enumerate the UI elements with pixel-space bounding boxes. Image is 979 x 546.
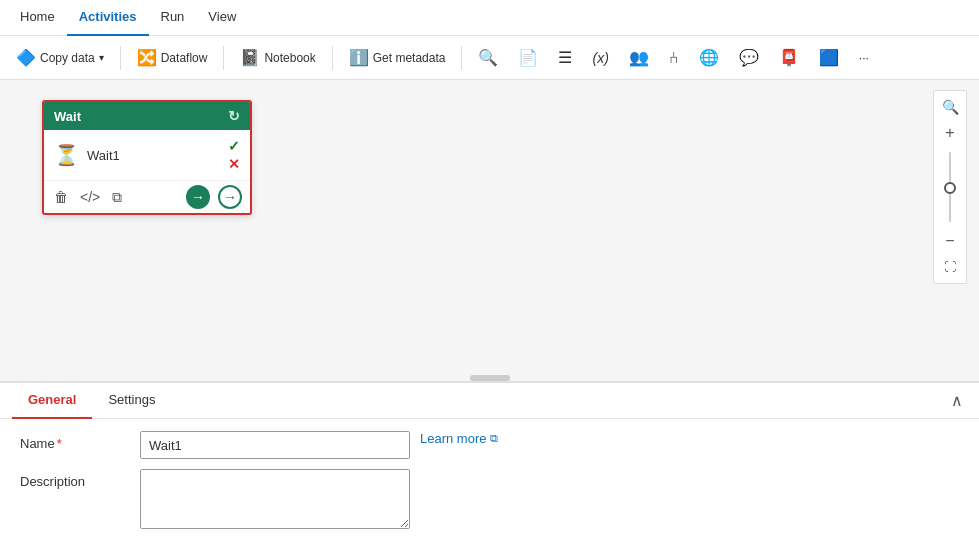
zoom-slider-container (949, 147, 951, 227)
delete-activity-button[interactable]: 🗑 (52, 187, 70, 207)
get-metadata-icon: ℹ️ (349, 48, 369, 67)
copy-data-chevron: ▾ (99, 52, 104, 63)
more-icon: ··· (859, 51, 869, 65)
dataflow-button[interactable]: 🔀 Dataflow (129, 42, 216, 74)
code-activity-button[interactable]: </> (78, 187, 102, 207)
status-cross-icon[interactable]: ✕ (228, 156, 240, 172)
zoom-controls: 🔍 + − ⛶ (933, 90, 967, 284)
separator-2 (223, 46, 224, 70)
notebook-icon: 📓 (240, 48, 260, 67)
hourglass-icon: ⏳ (54, 143, 79, 167)
copy-data-label: Copy data (40, 51, 95, 65)
icon-btn-5[interactable]: ⑃ (661, 42, 687, 74)
icon-btn-6[interactable]: 🌐 (691, 42, 727, 74)
dataflow-label: Dataflow (161, 51, 208, 65)
chat-icon: 💬 (739, 48, 759, 67)
navigate-activity-button[interactable]: → (218, 185, 242, 209)
collapse-panel-button[interactable]: ∧ (947, 387, 967, 414)
external-link-icon: ⧉ (490, 432, 498, 445)
name-label: Name* (20, 431, 140, 451)
get-metadata-label: Get metadata (373, 51, 446, 65)
document-icon: 📄 (518, 48, 538, 67)
notebook-label: Notebook (264, 51, 315, 65)
connect-activity-button[interactable]: → (186, 185, 210, 209)
globe-icon: 🌐 (699, 48, 719, 67)
zoom-out-button[interactable]: − (938, 229, 962, 253)
description-label: Description (20, 469, 140, 489)
activity-toolbar: 🗑 </> ⧉ → → (44, 181, 250, 213)
menu-view[interactable]: View (196, 0, 248, 36)
separator-4 (461, 46, 462, 70)
tab-general[interactable]: General (12, 383, 92, 419)
copy-data-button[interactable]: 🔷 Copy data ▾ (8, 42, 112, 74)
copy-data-icon: 🔷 (16, 48, 36, 67)
zoom-track (949, 152, 951, 222)
search-icon: 🔍 (478, 48, 498, 67)
menu-bar: Home Activities Run View (0, 0, 979, 36)
separator-1 (120, 46, 121, 70)
list-icon: ☰ (558, 48, 572, 67)
menu-run[interactable]: Run (149, 0, 197, 36)
icon-btn-7[interactable]: 💬 (731, 42, 767, 74)
dataflow-icon: 🔀 (137, 48, 157, 67)
people-icon: 👥 (629, 48, 649, 67)
activity-status-icons: ✓ ✕ (228, 138, 240, 172)
name-row: Name* Learn more ⧉ (20, 431, 959, 459)
description-row: Description (20, 469, 959, 529)
zoom-fit-button[interactable]: ⛶ (938, 255, 962, 279)
activity-title: Wait (54, 109, 228, 124)
variable-icon: (x) (592, 50, 608, 66)
menu-home[interactable]: Home (8, 0, 67, 36)
refresh-icon[interactable]: ↻ (228, 108, 240, 124)
copy-activity-button[interactable]: ⧉ (110, 187, 124, 208)
search-activities-button[interactable]: 🔍 (470, 42, 506, 74)
zoom-in-button[interactable]: + (938, 121, 962, 145)
branch-icon: ⑃ (669, 49, 679, 67)
learn-more-link[interactable]: Learn more ⧉ (420, 431, 498, 446)
icon-btn-3[interactable]: (x) (584, 42, 616, 74)
activity-header: Wait ↻ (44, 102, 250, 130)
learn-more-label: Learn more (420, 431, 486, 446)
required-star: * (57, 436, 62, 451)
bottom-tabs-left: General Settings (12, 383, 171, 419)
bottom-panel: General Settings ∧ Name* Learn more ⧉ De… (0, 381, 979, 546)
activity-body: ⏳ Wait1 ✓ ✕ (44, 130, 250, 181)
canvas-drag-handle[interactable] (470, 375, 510, 381)
icon-btn-1[interactable]: 📄 (510, 42, 546, 74)
icon-btn-8[interactable]: 📮 (771, 42, 807, 74)
icon-btn-2[interactable]: ☰ (550, 42, 580, 74)
icon-btn-9[interactable]: 🟦 (811, 42, 847, 74)
canvas-area: Wait ↻ ⏳ Wait1 ✓ ✕ 🗑 </> ⧉ → → 🔍 + (0, 80, 979, 381)
activity-name: Wait1 (87, 148, 220, 163)
form-area: Name* Learn more ⧉ Description (0, 419, 979, 546)
get-metadata-button[interactable]: ℹ️ Get metadata (341, 42, 454, 74)
zoom-thumb[interactable] (944, 182, 956, 194)
outlook-icon: 📮 (779, 48, 799, 67)
bottom-tabs: General Settings ∧ (0, 383, 979, 419)
more-button[interactable]: ··· (851, 42, 877, 74)
name-input[interactable] (140, 431, 410, 459)
wait-activity-node[interactable]: Wait ↻ ⏳ Wait1 ✓ ✕ 🗑 </> ⧉ → → (42, 100, 252, 215)
notebook-button[interactable]: 📓 Notebook (232, 42, 323, 74)
status-check-icon[interactable]: ✓ (228, 138, 240, 154)
icon-btn-4[interactable]: 👥 (621, 42, 657, 74)
zoom-search-button[interactable]: 🔍 (938, 95, 962, 119)
description-input[interactable] (140, 469, 410, 529)
toolbar: 🔷 Copy data ▾ 🔀 Dataflow 📓 Notebook ℹ️ G… (0, 36, 979, 80)
tab-settings[interactable]: Settings (92, 383, 171, 419)
separator-3 (332, 46, 333, 70)
teams-icon: 🟦 (819, 48, 839, 67)
menu-activities[interactable]: Activities (67, 0, 149, 36)
